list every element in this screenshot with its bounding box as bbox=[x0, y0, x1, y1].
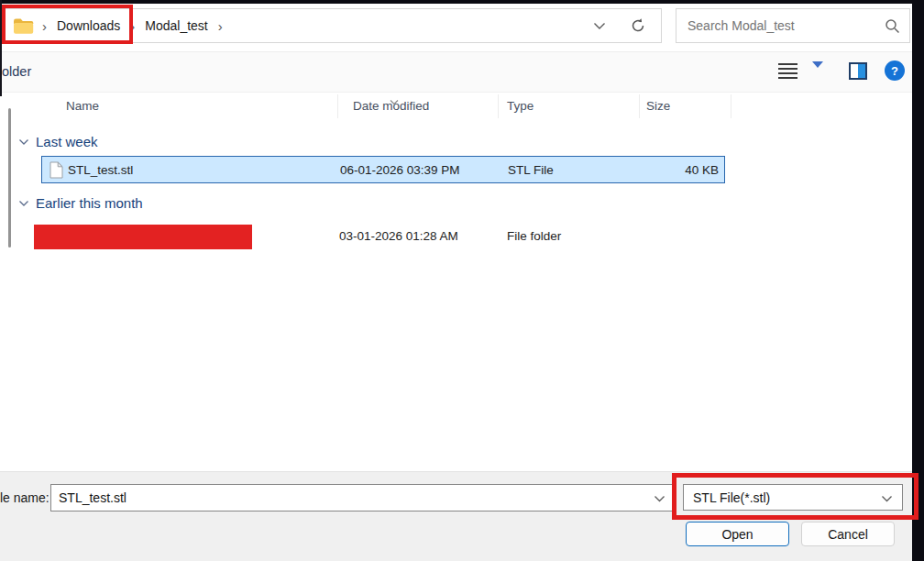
search-input[interactable] bbox=[688, 18, 885, 33]
address-bar: › Downloads › Modal_test › bbox=[3, 8, 662, 43]
breadcrumb-separator-icon: › bbox=[218, 18, 223, 34]
group-label: Last week bbox=[36, 134, 98, 149]
file-type: File folder bbox=[507, 229, 561, 243]
preview-pane-icon[interactable] bbox=[849, 62, 867, 80]
column-divider bbox=[639, 94, 640, 118]
file-type-select[interactable]: STL File(*.stl) bbox=[683, 484, 903, 511]
sort-descending-icon bbox=[389, 93, 400, 109]
refresh-icon[interactable] bbox=[630, 17, 646, 34]
file-type-value: STL File(*.stl) bbox=[693, 490, 770, 505]
open-button[interactable]: Open bbox=[686, 522, 789, 546]
folder-row-redacted[interactable]: 03-01-2026 01:28 AM File folder bbox=[41, 223, 725, 250]
chevron-down-icon[interactable] bbox=[881, 490, 893, 505]
window-edge-right bbox=[912, 0, 924, 561]
chevron-down-icon bbox=[18, 138, 29, 146]
scrollbar[interactable] bbox=[8, 108, 11, 248]
file-open-dialog: › Downloads › Modal_test › ol bbox=[0, 0, 924, 561]
window-edge-left bbox=[0, 0, 2, 96]
breadcrumb-item-downloads[interactable]: Downloads bbox=[55, 16, 122, 35]
column-header-name[interactable]: Name bbox=[66, 99, 99, 113]
column-divider bbox=[337, 94, 338, 118]
folder-icon bbox=[13, 17, 34, 35]
file-date-modified: 03-01-2026 01:28 AM bbox=[339, 229, 458, 243]
help-icon[interactable]: ? bbox=[885, 60, 905, 81]
dialog-footer: le name: STL File(*.stl) Open Cancel bbox=[0, 471, 912, 561]
redaction-box bbox=[34, 225, 252, 249]
toolbar: older ? bbox=[0, 51, 912, 93]
address-dropdown-icon[interactable] bbox=[593, 22, 606, 30]
file-row-stl-test[interactable]: STL_test.stl 06-01-2026 03:39 PM STL Fil… bbox=[41, 156, 725, 183]
column-divider bbox=[731, 94, 732, 118]
chevron-down-icon bbox=[18, 200, 29, 207]
list-view-icon[interactable] bbox=[778, 63, 798, 79]
column-header-size[interactable]: Size bbox=[646, 99, 670, 113]
search-icon[interactable] bbox=[885, 18, 900, 34]
breadcrumb-separator-icon: › bbox=[130, 18, 135, 34]
group-label: Earlier this month bbox=[36, 195, 143, 211]
group-header-earlier-this-month[interactable]: Earlier this month bbox=[18, 195, 143, 211]
window-edge-top bbox=[0, 0, 924, 4]
file-type: STL File bbox=[508, 163, 554, 177]
group-header-last-week[interactable]: Last week bbox=[18, 134, 98, 149]
file-name-combobox[interactable] bbox=[50, 484, 676, 512]
file-size: 40 KB bbox=[685, 163, 719, 177]
column-header-row: Name Date modified Type Size bbox=[0, 93, 912, 120]
file-name-label: le name: bbox=[0, 490, 50, 505]
column-header-type[interactable]: Type bbox=[507, 99, 534, 113]
view-dropdown-icon[interactable] bbox=[812, 68, 823, 84]
file-name-input[interactable] bbox=[51, 490, 654, 505]
new-folder-label[interactable]: older bbox=[2, 64, 31, 79]
cancel-button[interactable]: Cancel bbox=[801, 522, 895, 546]
column-divider bbox=[498, 94, 499, 118]
file-icon bbox=[50, 161, 63, 182]
file-date-modified: 06-01-2026 03:39 PM bbox=[340, 163, 460, 177]
chevron-down-icon[interactable] bbox=[654, 490, 666, 505]
search-box bbox=[676, 8, 910, 43]
breadcrumb-item-modal-test[interactable]: Modal_test bbox=[143, 16, 209, 35]
breadcrumb-separator-icon: › bbox=[42, 18, 47, 34]
file-name: STL_test.stl bbox=[68, 163, 133, 177]
